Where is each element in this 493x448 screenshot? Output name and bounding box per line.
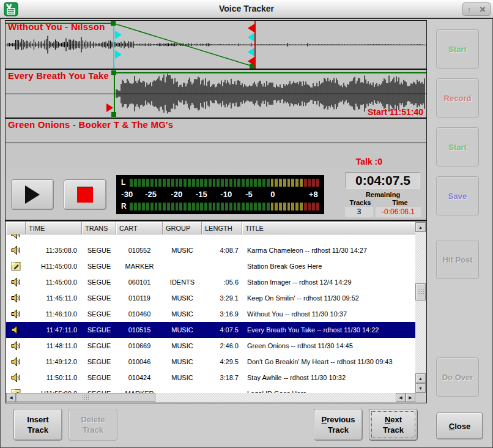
save-button[interactable]: Save [436, 176, 479, 215]
meter-segment [304, 203, 307, 211]
scale-tick: -5 [245, 190, 253, 199]
close-window-button[interactable]: ✕ [479, 5, 486, 14]
column-header-icon[interactable] [6, 222, 26, 234]
log-cell-length: 3:29.1 [202, 294, 242, 302]
log-row[interactable]: H11:55:00.0SEGUEMARKERLegal ID Goes Here [6, 386, 415, 393]
meter-segment [254, 203, 257, 211]
next-track-button[interactable]: Next Track [369, 409, 418, 441]
log-row[interactable]: 11:45:00.0SEGUE060101IDENTS:05.6Station … [6, 274, 415, 290]
left-channel-label: L [121, 178, 130, 187]
delete-track-button[interactable]: Delete Track [69, 409, 117, 441]
meter-segment [312, 203, 315, 211]
log-row[interactable]: 11:47:11.0SEGUE010515MUSIC4:07.5Every Br… [6, 322, 415, 338]
insert-track-button[interactable]: Insert Track [13, 409, 62, 441]
log-row[interactable]: 11:35:08.0SEGUE010552MUSIC4:08.7Karma Ch… [6, 242, 415, 258]
track-pane-current[interactable]: Every Breath You Take Start 11:51:40 [6, 70, 426, 119]
column-header-trans[interactable]: TRANS [82, 222, 116, 234]
fade-handle[interactable] [111, 70, 116, 75]
fade-handle[interactable] [111, 112, 116, 117]
column-header-group[interactable]: GROUP [163, 222, 202, 234]
meter-segment [188, 203, 191, 211]
meter-scale: -30 -25 -20 -15 -10 -5 0 +8 [121, 190, 319, 200]
talk-start-arrow-icon [115, 31, 122, 39]
meter-segment [142, 179, 145, 187]
central-panel: Without You - Nilsson Every Breath You T… [5, 20, 427, 403]
meter-segment [138, 203, 141, 211]
log-cell-title: Every Breath You Take -- rdhost 11/30 14… [242, 326, 415, 334]
meter-segment [200, 203, 203, 211]
shade-button[interactable]: ↑ [467, 5, 472, 14]
scroll-left-button[interactable]: ◀ [6, 393, 16, 402]
record-button[interactable]: Record [436, 78, 479, 118]
hit-post-button[interactable]: Hit Post [436, 240, 479, 279]
log-cell-time: H11:45:00.0 [26, 263, 82, 270]
meter-segment [275, 203, 278, 211]
log-cell-group: MUSIC [163, 358, 202, 365]
meter-segment [258, 179, 261, 187]
log-cell-title: Karma Chameleon -- rdhost 11/30 14:27 [242, 247, 415, 254]
previous-track-button[interactable]: Previous Track [314, 409, 363, 441]
log-cell-length: 3:18.7 [202, 374, 242, 381]
meter-segment [237, 179, 240, 187]
start-next-button[interactable]: Start [436, 127, 479, 166]
horizontal-scroll-thumb[interactable] [16, 393, 155, 402]
log-cell-title: Stay Awhile -- rdhost 11/30 10:32 [242, 374, 415, 381]
column-header-length[interactable]: LENGTH [202, 222, 242, 234]
log-row[interactable]: 11:50:11.0SEGUE010424MUSIC3:18.7Stay Awh… [6, 370, 415, 386]
speaker-icon [6, 356, 26, 367]
talk-start-arrow-icon [115, 50, 122, 59]
do-over-button[interactable]: Do Over [436, 357, 479, 397]
remaining-label: Remaining [366, 191, 400, 198]
horizontal-scrollbar[interactable]: ◀ ◀ ▶ [6, 393, 415, 402]
meter-segment [234, 179, 237, 187]
stop-button[interactable] [64, 179, 106, 210]
start-previous-button[interactable]: Start [436, 29, 479, 69]
meter-segment [192, 179, 195, 187]
scroll-left-button-2[interactable]: ◀ [396, 393, 406, 402]
meter-segment [275, 179, 278, 187]
meter-segment [134, 203, 137, 211]
play-button[interactable] [11, 179, 54, 210]
column-header-title[interactable]: TITLE [242, 222, 415, 234]
log-cell-length: 4:29.5 [202, 358, 242, 365]
log-row[interactable]: H11:45:00.0SEGUEMARKERStation Break Goes… [6, 258, 415, 274]
close-button[interactable]: Close [436, 413, 483, 439]
scroll-up-button[interactable]: ▲ [415, 222, 426, 232]
scroll-down-button[interactable]: ▼ [415, 383, 426, 393]
segue-end-marker[interactable] [254, 21, 256, 69]
talk-start-marker[interactable] [113, 21, 114, 69]
log-cell-cart: 010424 [116, 374, 163, 381]
left-meter-segments [130, 179, 319, 187]
column-header-time[interactable]: TIME [26, 222, 82, 234]
vertical-scrollbar[interactable]: ▲ ▲ ▼ [415, 222, 426, 393]
titlebar-buttons: ↑ ✕ [462, 2, 491, 16]
log-row[interactable] [6, 234, 415, 242]
log-row[interactable]: 11:49:12.0SEGUE010046MUSIC4:29.5Don't Go… [6, 354, 415, 370]
meter-segment [254, 179, 257, 187]
track-pane-previous[interactable]: Without You - Nilsson [6, 21, 426, 70]
scroll-up-button-2[interactable]: ▲ [415, 373, 426, 383]
log-row[interactable]: 11:48:11.0SEGUE010669MUSIC2:46.0Green On… [6, 338, 415, 354]
right-channel-label: R [121, 202, 130, 211]
track-start-line [114, 72, 115, 115]
next-track-title: Green Onions - Booker T & The MG's [8, 119, 173, 130]
log-row[interactable]: 11:45:11.0SEGUE010119MUSIC3:29.1Keep On … [6, 290, 415, 306]
log-cell-cart: MARKER [116, 263, 163, 270]
meter-segment [138, 179, 141, 187]
meter-segment [291, 203, 294, 211]
column-header-cart[interactable]: CART [116, 222, 163, 234]
speaker-icon [6, 293, 26, 304]
track-pane-next[interactable]: Green Onions - Booker T & The MG's Talk … [6, 119, 426, 169]
meter-segment [213, 203, 216, 211]
fade-handle[interactable] [111, 21, 116, 26]
meter-segment [204, 203, 207, 211]
log-row[interactable]: 11:46:10.0SEGUE010460MUSIC3:16.9Without … [6, 306, 415, 322]
log-cell-group: MUSIC [163, 310, 202, 318]
meter-segment [300, 179, 303, 187]
vertical-scroll-thumb[interactable] [415, 283, 426, 301]
meter-segment [130, 179, 133, 187]
log-cell-time: 11:35:08.0 [26, 247, 82, 254]
scroll-right-button[interactable]: ▶ [406, 393, 415, 402]
log-cell-length: 4:07.5 [202, 326, 242, 334]
log-table: TIME TRANS CART GROUP LENGTH TITLE 11:35… [6, 221, 426, 403]
